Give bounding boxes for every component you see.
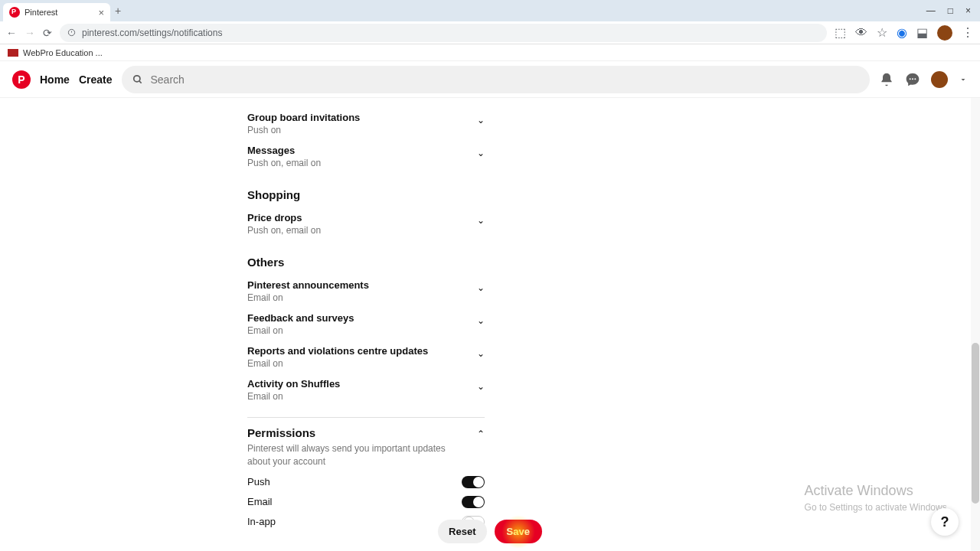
close-tab-icon[interactable]: ×	[98, 7, 104, 18]
toggle-email[interactable]	[462, 496, 485, 508]
pinterest-favicon	[9, 7, 20, 18]
item-sub: Push on, email on	[247, 158, 321, 168]
item-title: Reports and violations centre updates	[247, 345, 428, 357]
reset-button[interactable]: Reset	[438, 520, 486, 543]
url-text: pinterest.com/settings/notifications	[82, 28, 222, 38]
scrollbar-thumb[interactable]	[972, 343, 979, 504]
item-sub: Email on	[247, 325, 354, 336]
menu-icon[interactable]: ⋮	[962, 25, 974, 40]
setting-item-shuffles[interactable]: Activity on Shuffles Email on ⌄	[247, 373, 485, 406]
back-icon[interactable]: ←	[6, 27, 17, 39]
item-sub: Email on	[247, 292, 369, 303]
bookmark-label[interactable]: WebPro Education ...	[23, 48, 103, 57]
setting-item-announcements[interactable]: Pinterest announcements Email on ⌄	[247, 275, 485, 308]
window-controls: — □ ×	[926, 5, 977, 16]
save-label: Save	[507, 526, 530, 537]
svg-point-4	[912, 78, 913, 80]
toggle-label: Push	[247, 476, 270, 487]
chevron-down-icon: ⌄	[477, 348, 485, 359]
new-tab-button[interactable]: +	[115, 5, 121, 17]
permissions-header-row[interactable]: Permissions ⌃	[247, 425, 485, 439]
item-sub: Email on	[247, 358, 428, 369]
toggle-push[interactable]	[462, 476, 485, 488]
help-icon: ?	[941, 514, 949, 530]
star-icon[interactable]: ☆	[877, 25, 887, 40]
browser-toolbar: ← → ⟳ pinterest.com/settings/notificatio…	[0, 21, 980, 44]
item-title: Price drops	[247, 212, 321, 223]
toggle-label: Email	[247, 496, 273, 507]
browser-tab[interactable]: Pinterest ×	[3, 3, 110, 21]
setting-item-price-drops[interactable]: Price drops Push on, email on ⌄	[247, 207, 485, 240]
setting-item-reports[interactable]: Reports and violations centre updates Em…	[247, 341, 485, 373]
toggle-row-push: Push	[247, 476, 485, 488]
user-avatar[interactable]	[931, 71, 948, 88]
permissions-desc: Pinterest will always send you important…	[247, 442, 454, 468]
site-info-icon	[67, 28, 76, 37]
eye-off-icon[interactable]: 👁	[855, 26, 867, 40]
svg-point-5	[914, 78, 916, 80]
chevron-down-icon: ⌄	[477, 282, 485, 293]
browser-tab-strip: Pinterest × + — □ ×	[0, 0, 980, 21]
address-bar[interactable]: pinterest.com/settings/notifications	[60, 24, 827, 42]
setting-item-feedback[interactable]: Feedback and surveys Email on ⌄	[247, 308, 485, 341]
watermark-sub: Go to Settings to activate Windows.	[805, 502, 949, 513]
item-title: Activity on Shuffles	[247, 378, 340, 390]
divider	[247, 417, 485, 418]
svg-line-2	[139, 80, 141, 83]
section-others: Others	[247, 256, 485, 269]
close-window-icon[interactable]: ×	[965, 5, 971, 16]
svg-point-1	[133, 75, 139, 81]
item-sub: Push on	[247, 125, 360, 135]
search-bar[interactable]	[122, 66, 871, 93]
search-icon	[132, 74, 143, 85]
setting-item-group-board[interactable]: Group board invitations Push on ⌄	[247, 107, 485, 140]
maximize-icon[interactable]: □	[948, 5, 953, 16]
help-button[interactable]: ?	[931, 508, 959, 536]
bell-icon[interactable]	[879, 72, 894, 87]
permissions-title: Permissions	[247, 426, 315, 439]
bookmark-favicon	[8, 49, 18, 57]
svg-point-3	[910, 78, 911, 80]
chevron-down-icon: ⌄	[477, 215, 485, 226]
nav-home[interactable]: Home	[40, 73, 70, 86]
reload-icon[interactable]: ⟳	[43, 27, 52, 39]
action-bar: Reset Save	[0, 520, 980, 543]
tab-title: Pinterest	[24, 8, 57, 17]
extension-icon[interactable]: ◉	[897, 25, 907, 40]
windows-watermark: Activate Windows Go to Settings to activ…	[805, 483, 949, 513]
pinterest-logo[interactable]: P	[12, 70, 31, 89]
minimize-icon[interactable]: —	[926, 5, 936, 16]
item-sub: Push on, email on	[247, 225, 321, 236]
item-title: Messages	[247, 145, 321, 156]
chevron-down-icon[interactable]	[959, 75, 968, 84]
install-icon[interactable]: ⬚	[835, 25, 846, 40]
chevron-down-icon: ⌄	[477, 315, 485, 326]
item-sub: Email on	[247, 391, 340, 402]
profile-avatar[interactable]	[937, 25, 952, 41]
save-button[interactable]: Save	[495, 520, 542, 543]
item-title: Pinterest announcements	[247, 279, 369, 291]
section-shopping: Shopping	[247, 188, 485, 201]
watermark-title: Activate Windows	[805, 483, 949, 499]
bookmark-bar: WebPro Education ...	[0, 44, 980, 61]
chevron-down-icon: ⌄	[477, 148, 485, 158]
forward-icon: →	[24, 27, 35, 39]
download-icon[interactable]: ⬓	[916, 25, 928, 40]
setting-item-messages[interactable]: Messages Push on, email on ⌄	[247, 140, 485, 173]
pinterest-header: P Home Create	[0, 61, 980, 98]
chevron-up-icon: ⌃	[477, 429, 485, 439]
item-title: Group board invitations	[247, 112, 360, 123]
toggle-row-email: Email	[247, 496, 485, 508]
item-title: Feedback and surveys	[247, 312, 354, 324]
scrollbar-track[interactable]	[971, 98, 980, 551]
search-input[interactable]	[151, 73, 860, 86]
nav-create[interactable]: Create	[79, 73, 113, 86]
chevron-down-icon: ⌄	[477, 115, 485, 126]
chevron-down-icon: ⌄	[477, 381, 485, 392]
chat-icon[interactable]	[905, 72, 920, 87]
